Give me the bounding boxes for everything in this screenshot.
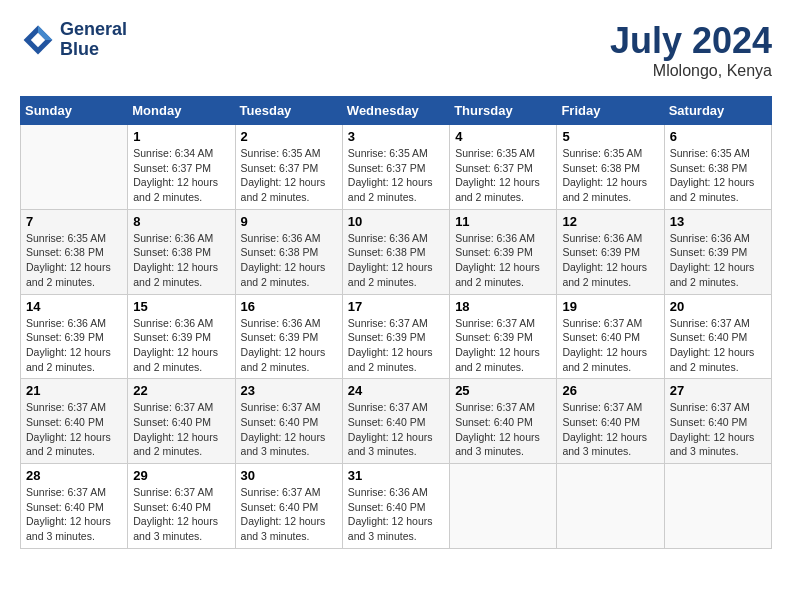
calendar-cell: 25Sunrise: 6:37 AMSunset: 6:40 PMDayligh… [450,379,557,464]
day-number: 17 [348,299,444,314]
day-info: Sunrise: 6:34 AMSunset: 6:37 PMDaylight:… [133,146,229,205]
day-info: Sunrise: 6:35 AMSunset: 6:37 PMDaylight:… [455,146,551,205]
day-info: Sunrise: 6:37 AMSunset: 6:40 PMDaylight:… [455,400,551,459]
weekday-header-row: SundayMondayTuesdayWednesdayThursdayFrid… [21,97,772,125]
page-header: General Blue July 2024 Mlolongo, Kenya [20,20,772,80]
calendar-cell: 30Sunrise: 6:37 AMSunset: 6:40 PMDayligh… [235,464,342,549]
calendar-cell [664,464,771,549]
day-number: 21 [26,383,122,398]
title-block: July 2024 Mlolongo, Kenya [610,20,772,80]
day-info: Sunrise: 6:37 AMSunset: 6:40 PMDaylight:… [562,316,658,375]
day-info: Sunrise: 6:37 AMSunset: 6:40 PMDaylight:… [26,400,122,459]
calendar-cell: 5Sunrise: 6:35 AMSunset: 6:38 PMDaylight… [557,125,664,210]
calendar-cell: 3Sunrise: 6:35 AMSunset: 6:37 PMDaylight… [342,125,449,210]
day-number: 19 [562,299,658,314]
calendar-cell: 4Sunrise: 6:35 AMSunset: 6:37 PMDaylight… [450,125,557,210]
day-info: Sunrise: 6:35 AMSunset: 6:38 PMDaylight:… [26,231,122,290]
day-number: 27 [670,383,766,398]
calendar-cell: 18Sunrise: 6:37 AMSunset: 6:39 PMDayligh… [450,294,557,379]
day-info: Sunrise: 6:37 AMSunset: 6:40 PMDaylight:… [670,400,766,459]
weekday-header-saturday: Saturday [664,97,771,125]
calendar-cell: 10Sunrise: 6:36 AMSunset: 6:38 PMDayligh… [342,209,449,294]
day-number: 2 [241,129,337,144]
calendar-cell: 15Sunrise: 6:36 AMSunset: 6:39 PMDayligh… [128,294,235,379]
calendar-cell: 26Sunrise: 6:37 AMSunset: 6:40 PMDayligh… [557,379,664,464]
day-number: 5 [562,129,658,144]
calendar-cell: 28Sunrise: 6:37 AMSunset: 6:40 PMDayligh… [21,464,128,549]
day-number: 30 [241,468,337,483]
day-number: 20 [670,299,766,314]
week-row-5: 28Sunrise: 6:37 AMSunset: 6:40 PMDayligh… [21,464,772,549]
day-number: 10 [348,214,444,229]
calendar-cell [450,464,557,549]
calendar-cell: 6Sunrise: 6:35 AMSunset: 6:38 PMDaylight… [664,125,771,210]
weekday-header-monday: Monday [128,97,235,125]
calendar-cell: 7Sunrise: 6:35 AMSunset: 6:38 PMDaylight… [21,209,128,294]
day-number: 7 [26,214,122,229]
day-number: 6 [670,129,766,144]
day-info: Sunrise: 6:36 AMSunset: 6:39 PMDaylight:… [455,231,551,290]
weekday-header-tuesday: Tuesday [235,97,342,125]
day-number: 24 [348,383,444,398]
day-info: Sunrise: 6:36 AMSunset: 6:40 PMDaylight:… [348,485,444,544]
calendar-cell: 2Sunrise: 6:35 AMSunset: 6:37 PMDaylight… [235,125,342,210]
day-number: 12 [562,214,658,229]
day-number: 4 [455,129,551,144]
day-number: 29 [133,468,229,483]
day-info: Sunrise: 6:37 AMSunset: 6:40 PMDaylight:… [562,400,658,459]
logo-text: General Blue [60,20,127,60]
day-info: Sunrise: 6:36 AMSunset: 6:39 PMDaylight:… [670,231,766,290]
day-info: Sunrise: 6:35 AMSunset: 6:38 PMDaylight:… [670,146,766,205]
day-info: Sunrise: 6:36 AMSunset: 6:39 PMDaylight:… [26,316,122,375]
day-info: Sunrise: 6:36 AMSunset: 6:39 PMDaylight:… [562,231,658,290]
day-number: 13 [670,214,766,229]
logo-icon [20,22,56,58]
week-row-4: 21Sunrise: 6:37 AMSunset: 6:40 PMDayligh… [21,379,772,464]
day-info: Sunrise: 6:37 AMSunset: 6:40 PMDaylight:… [133,485,229,544]
calendar-cell: 16Sunrise: 6:36 AMSunset: 6:39 PMDayligh… [235,294,342,379]
calendar-cell: 1Sunrise: 6:34 AMSunset: 6:37 PMDaylight… [128,125,235,210]
day-number: 15 [133,299,229,314]
calendar-cell: 12Sunrise: 6:36 AMSunset: 6:39 PMDayligh… [557,209,664,294]
day-number: 8 [133,214,229,229]
calendar-cell: 11Sunrise: 6:36 AMSunset: 6:39 PMDayligh… [450,209,557,294]
weekday-header-thursday: Thursday [450,97,557,125]
day-info: Sunrise: 6:37 AMSunset: 6:40 PMDaylight:… [133,400,229,459]
calendar-table: SundayMondayTuesdayWednesdayThursdayFrid… [20,96,772,549]
week-row-1: 1Sunrise: 6:34 AMSunset: 6:37 PMDaylight… [21,125,772,210]
day-number: 14 [26,299,122,314]
day-info: Sunrise: 6:37 AMSunset: 6:40 PMDaylight:… [26,485,122,544]
logo: General Blue [20,20,127,60]
day-number: 22 [133,383,229,398]
day-info: Sunrise: 6:37 AMSunset: 6:39 PMDaylight:… [348,316,444,375]
day-info: Sunrise: 6:35 AMSunset: 6:37 PMDaylight:… [348,146,444,205]
day-number: 1 [133,129,229,144]
day-number: 16 [241,299,337,314]
day-number: 31 [348,468,444,483]
weekday-header-sunday: Sunday [21,97,128,125]
calendar-cell: 21Sunrise: 6:37 AMSunset: 6:40 PMDayligh… [21,379,128,464]
calendar-cell: 31Sunrise: 6:36 AMSunset: 6:40 PMDayligh… [342,464,449,549]
calendar-cell [21,125,128,210]
calendar-cell: 17Sunrise: 6:37 AMSunset: 6:39 PMDayligh… [342,294,449,379]
calendar-cell: 23Sunrise: 6:37 AMSunset: 6:40 PMDayligh… [235,379,342,464]
day-info: Sunrise: 6:37 AMSunset: 6:40 PMDaylight:… [348,400,444,459]
calendar-cell: 9Sunrise: 6:36 AMSunset: 6:38 PMDaylight… [235,209,342,294]
day-info: Sunrise: 6:36 AMSunset: 6:39 PMDaylight:… [241,316,337,375]
day-number: 18 [455,299,551,314]
location: Mlolongo, Kenya [610,62,772,80]
week-row-2: 7Sunrise: 6:35 AMSunset: 6:38 PMDaylight… [21,209,772,294]
day-info: Sunrise: 6:37 AMSunset: 6:40 PMDaylight:… [241,400,337,459]
calendar-cell: 24Sunrise: 6:37 AMSunset: 6:40 PMDayligh… [342,379,449,464]
day-number: 11 [455,214,551,229]
day-info: Sunrise: 6:37 AMSunset: 6:40 PMDaylight:… [241,485,337,544]
calendar-cell [557,464,664,549]
week-row-3: 14Sunrise: 6:36 AMSunset: 6:39 PMDayligh… [21,294,772,379]
calendar-cell: 8Sunrise: 6:36 AMSunset: 6:38 PMDaylight… [128,209,235,294]
day-info: Sunrise: 6:36 AMSunset: 6:39 PMDaylight:… [133,316,229,375]
calendar-cell: 19Sunrise: 6:37 AMSunset: 6:40 PMDayligh… [557,294,664,379]
weekday-header-friday: Friday [557,97,664,125]
calendar-cell: 27Sunrise: 6:37 AMSunset: 6:40 PMDayligh… [664,379,771,464]
day-info: Sunrise: 6:36 AMSunset: 6:38 PMDaylight:… [133,231,229,290]
weekday-header-wednesday: Wednesday [342,97,449,125]
